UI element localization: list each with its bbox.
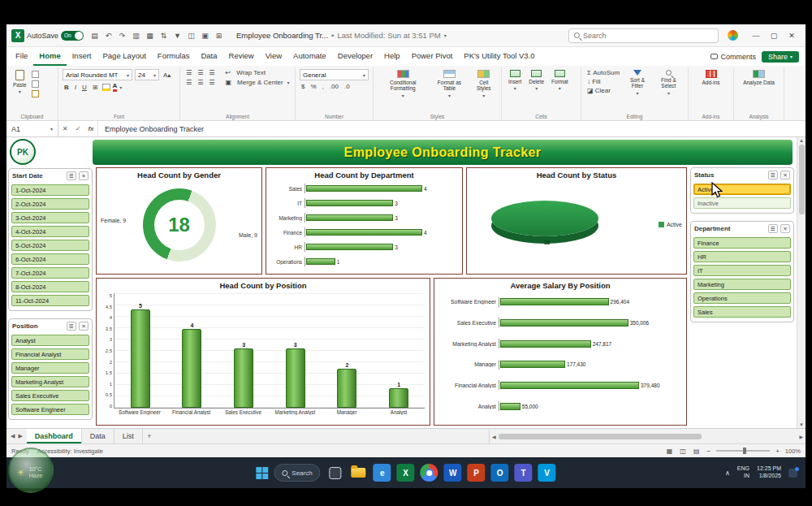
new-sheet-button[interactable]: + [143, 429, 156, 443]
column-analyst[interactable]: 1 [389, 293, 408, 408]
close-button[interactable]: ✕ [783, 32, 801, 40]
align-center-icon[interactable]: ☰ [196, 79, 205, 86]
cell-styles-button[interactable]: Cell Styles▾ [471, 69, 498, 100]
normal-view-icon[interactable]: ▦ [665, 448, 675, 455]
ribbon-tab-pk-s-utility-tool-v3-0[interactable]: PK's Utility Tool V3.0 [458, 47, 540, 66]
slicer-item-1-oct-2024[interactable]: 1-Oct-2024 [11, 184, 89, 196]
fill-color-icon[interactable] [102, 84, 110, 91]
bar-software-engineer[interactable] [500, 298, 609, 305]
cut-icon[interactable] [32, 71, 39, 78]
name-box[interactable]: A1▾ [6, 121, 58, 136]
slicer-clear-filter-icon[interactable]: ✕ [780, 224, 790, 233]
bold-button[interactable]: B [63, 84, 71, 91]
ribbon-tab-formulas[interactable]: Formulas [152, 47, 196, 66]
tray-expand-icon[interactable]: ∧ [725, 469, 730, 477]
column-software-engineer[interactable]: 5 [131, 293, 150, 408]
ribbon-tab-review[interactable]: Review [223, 47, 260, 66]
slicer-item-it[interactable]: IT [693, 265, 791, 276]
font-size-select[interactable]: 24▾ [135, 69, 159, 80]
minimize-button[interactable]: — [747, 32, 765, 40]
comma-style-icon[interactable]: , [321, 83, 326, 90]
donut-ring[interactable]: 18 [143, 188, 216, 262]
slicer-item-marketing-analyst[interactable]: Marketing Analyst [11, 376, 89, 387]
slicer-item-5-oct-2024[interactable]: 5-Oct-2024 [11, 240, 89, 251]
sheet-nav-left-icon[interactable]: ◀ [11, 433, 15, 439]
taskbar-search[interactable]: Search [274, 464, 320, 482]
number-format-select[interactable]: General▾ [300, 69, 369, 80]
titlebar-search[interactable] [568, 28, 719, 43]
font-color-icon[interactable]: A [113, 83, 118, 92]
slicer-item-6-oct-2024[interactable]: 6-Oct-2024 [11, 253, 89, 265]
start-button[interactable] [256, 467, 268, 479]
outlook-icon[interactable]: O [491, 464, 509, 482]
slicer-multiselect-icon[interactable]: ☰ [768, 171, 778, 179]
italic-button[interactable]: I [73, 84, 78, 91]
sheet-nav-right-icon[interactable]: ▶ [18, 433, 22, 439]
ribbon-tab-automate[interactable]: Automate [287, 47, 332, 66]
undo-icon[interactable]: ↶ [103, 32, 114, 40]
accounting-format-icon[interactable]: $ [300, 83, 306, 90]
search-input[interactable] [583, 32, 713, 40]
slicer-item-inactive[interactable]: Inactive [693, 197, 791, 209]
sort-filter-button[interactable]: Sort & Filter▾ [624, 69, 651, 97]
wrap-text-button[interactable]: Wrap Text [235, 69, 267, 76]
bar-marketing-analyst[interactable] [500, 340, 591, 348]
ribbon-tab-home[interactable]: Home [33, 47, 66, 66]
increase-decimal-icon[interactable]: .00 [328, 83, 340, 90]
format-painter-icon[interactable] [32, 90, 39, 97]
autosave-toggle[interactable]: On [61, 31, 84, 41]
hscroll-right-icon[interactable]: ▶ [799, 434, 803, 439]
fill-button[interactable]: ↓ Fill [585, 78, 621, 85]
sort-asc-icon[interactable]: ⇅ [158, 32, 169, 40]
slicer-item-4-oct-2024[interactable]: 4-Oct-2024 [11, 226, 89, 237]
slicer-item-software-engineer[interactable]: Software Engineer [11, 404, 89, 415]
excel-icon[interactable]: X [397, 464, 415, 482]
paste-special-icon[interactable]: ▦ [145, 32, 155, 40]
save-icon[interactable]: ▤ [89, 32, 100, 40]
document-title[interactable]: Employee Onboarding Tr... • Last Modifie… [236, 31, 447, 40]
bar-marketing[interactable] [306, 214, 393, 221]
decrease-decimal-icon[interactable]: .0 [343, 83, 352, 90]
freeze-panes-icon[interactable]: ◫ [186, 32, 197, 40]
slicer-clear-filter-icon[interactable]: ✕ [780, 171, 790, 179]
column-marketing-analyst[interactable]: 3 [286, 293, 305, 408]
bar-finance[interactable] [306, 229, 422, 236]
scrollbar-thumb[interactable] [799, 145, 805, 214]
comments-button[interactable]: Comments [710, 53, 756, 61]
slicer-clear-filter-icon[interactable]: ✕ [79, 322, 89, 331]
scroll-down-icon[interactable]: ▼ [799, 422, 804, 427]
maximize-button[interactable]: ▢ [765, 32, 783, 40]
slicer-item-analyst[interactable]: Analyst [11, 335, 89, 346]
align-top-icon[interactable]: ☰ [184, 69, 193, 76]
accessibility-status[interactable]: Accessibility: Investigate [37, 448, 103, 455]
zoom-out-icon[interactable]: − [705, 448, 712, 455]
percent-style-icon[interactable]: % [309, 83, 317, 90]
file-explorer-icon[interactable] [350, 464, 368, 482]
zoom-in-icon[interactable]: + [774, 448, 781, 455]
addins-button[interactable]: Add-ins [693, 69, 729, 86]
page-layout-view-icon[interactable]: ◫ [678, 448, 688, 455]
align-right-icon[interactable]: ☰ [207, 79, 216, 86]
font-name-select[interactable]: Arial Rounded MT▾ [63, 69, 132, 80]
ribbon-tab-view[interactable]: View [260, 47, 287, 66]
copilot-icon[interactable] [728, 30, 738, 41]
slicer-item-active[interactable]: Active [693, 184, 791, 195]
task-view-icon[interactable] [326, 464, 344, 482]
slicer-item-finance[interactable]: Finance [693, 237, 791, 249]
slicer-item-8-oct-2024[interactable]: 8-Oct-2024 [11, 281, 89, 292]
zoom-slider[interactable] [716, 450, 770, 452]
zoom-knob[interactable] [743, 448, 746, 454]
ribbon-tab-power-pivot[interactable]: Power Pivot [406, 47, 459, 66]
ribbon-tab-developer[interactable]: Developer [332, 47, 378, 66]
table-icon[interactable]: ⊞ [214, 32, 224, 40]
column-sales-executive[interactable]: 3 [234, 293, 253, 408]
horizontal-scrollbar[interactable]: ◀ ▶ [489, 429, 806, 443]
bar-sales-executive[interactable] [500, 319, 628, 327]
paste-button[interactable]: Paste▾ [11, 69, 29, 96]
clear-button[interactable]: ◪ Clear [585, 87, 621, 94]
powerpoint-icon[interactable]: P [468, 464, 486, 482]
excel-app-icon[interactable]: X [11, 29, 24, 42]
slicer-item-7-oct-2024[interactable]: 7-Oct-2024 [11, 267, 89, 279]
word-icon[interactable]: W [444, 464, 462, 482]
vertical-scrollbar[interactable]: ▲ ▼ [797, 137, 806, 428]
